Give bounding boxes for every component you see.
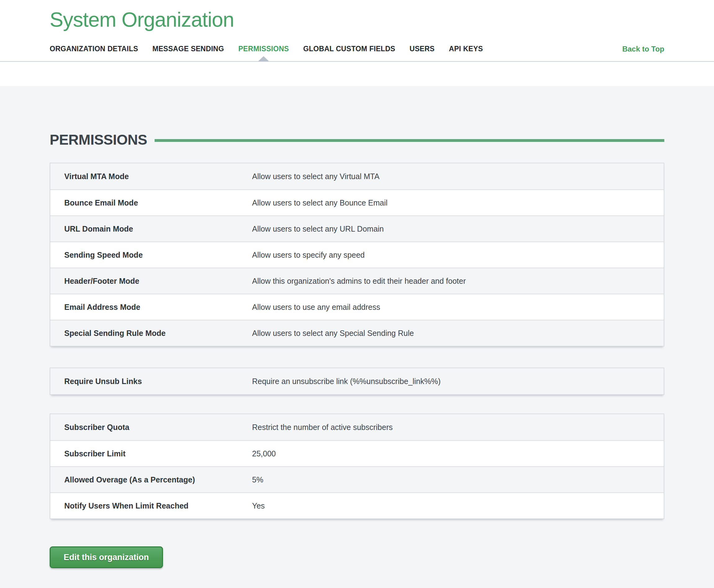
unsubscribe-table: Require Unsub Links Require an unsubscri… [50,368,664,395]
table-row: Require Unsub Links Require an unsubscri… [50,368,664,394]
section-heading: PERMISSIONS [50,131,147,148]
table-row: Special Sending Rule Mode Allow users to… [50,320,664,346]
table-row: Virtual MTA Mode Allow users to select a… [50,163,664,189]
table-row: Allowed Overage (As a Percentage) 5% [50,466,664,492]
row-label: Bounce Email Mode [50,198,252,207]
quota-table: Subscriber Quota Restrict the number of … [50,414,664,519]
row-label: Subscriber Limit [50,449,252,458]
section-heading-rule [154,139,664,142]
table-row: Email Address Mode Allow users to use an… [50,294,664,320]
row-label: Sending Speed Mode [50,251,252,259]
page-header: System Organization ORGANIZATION DETAILS… [0,0,714,61]
table-row: Notify Users When Limit Reached Yes [50,492,664,519]
row-label: URL Domain Mode [50,225,252,233]
row-value: Allow this organization's admins to edit… [252,277,466,286]
row-label: Email Address Mode [50,303,252,312]
row-value: Yes [252,501,265,510]
main-content: PERMISSIONS Virtual MTA Mode Allow users… [0,86,714,581]
table-row: Bounce Email Mode Allow users to select … [50,189,664,215]
row-value: Require an unsubscribe link (%%unsubscri… [252,377,441,386]
row-value: Allow users to select any URL Domain [252,225,384,233]
table-row: Sending Speed Mode Allow users to specif… [50,241,664,268]
section-head: PERMISSIONS [50,86,664,148]
tab-api-keys[interactable]: API KEYS [449,45,483,53]
tab-bar: ORGANIZATION DETAILS MESSAGE SENDING PER… [50,45,664,61]
row-value: Allow users to select any Special Sendin… [252,329,414,338]
table-row: Subscriber Limit 25,000 [50,440,664,466]
row-label: Virtual MTA Mode [50,172,252,181]
row-label: Subscriber Quota [50,423,252,432]
tab-users[interactable]: USERS [410,45,435,53]
row-label: Require Unsub Links [50,377,252,386]
row-value: Allow users to specify any speed [252,251,365,259]
row-label: Special Sending Rule Mode [50,329,252,338]
tab-organization-details[interactable]: ORGANIZATION DETAILS [50,45,138,53]
row-label: Header/Footer Mode [50,277,252,286]
row-label: Notify Users When Limit Reached [50,501,252,510]
tab-global-custom-fields[interactable]: GLOBAL CUSTOM FIELDS [303,45,396,53]
row-value: Restrict the number of active subscriber… [252,423,393,432]
table-row: Header/Footer Mode Allow this organizati… [50,268,664,294]
row-value: 25,000 [252,449,276,458]
edit-organization-button[interactable]: Edit this organization [50,546,163,568]
row-value: Allow users to select any Virtual MTA [252,172,379,181]
table-row: URL Domain Mode Allow users to select an… [50,215,664,241]
tab-permissions[interactable]: PERMISSIONS [238,45,289,53]
page-title: System Organization [50,8,664,31]
tab-message-sending[interactable]: MESSAGE SENDING [152,45,224,53]
back-to-top-link[interactable]: Back to Top [622,45,664,54]
row-value: Allow users to use any email address [252,303,380,312]
table-row: Subscriber Quota Restrict the number of … [50,414,664,440]
row-label: Allowed Overage (As a Percentage) [50,475,252,484]
row-value: Allow users to select any Bounce Email [252,198,387,207]
header-bottom-strip [0,62,714,86]
row-value: 5% [252,475,263,484]
permissions-table: Virtual MTA Mode Allow users to select a… [50,163,664,346]
